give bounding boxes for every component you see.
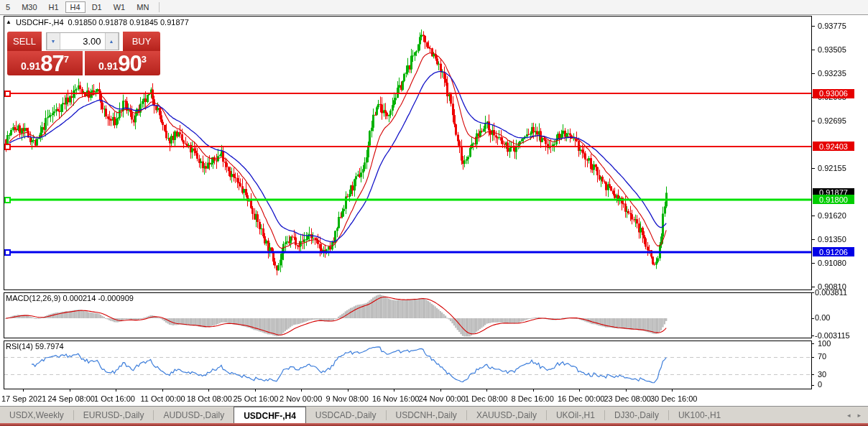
tab-audusd-daily[interactable]: AUDUSD-,Daily [154, 407, 234, 424]
x-axis-label: 30 Dec 16:00 [650, 394, 697, 403]
tabs-scroll-right-icon[interactable]: ▸ [857, 412, 861, 419]
price-tick-label: 0.93235 [818, 69, 846, 78]
buy-price-prefix: 0.91 [98, 60, 118, 72]
volume-increase-icon[interactable]: ▲ [105, 33, 119, 50]
price-tick-label: 0.91080 [818, 259, 846, 267]
bottom-strip [0, 423, 868, 426]
volume-decrease-icon[interactable]: ▼ [47, 33, 60, 50]
x-axis-label: 23 Dec 08:00 [604, 394, 651, 403]
price-tick-label: 0.92155 [818, 164, 846, 172]
chart-tab-bar: USDX,WeeklyEURUSD-,DailyAUDUSD-,DailyUSD… [0, 406, 868, 424]
price-badge: 0.91800 [813, 195, 854, 204]
buy-button[interactable]: BUY [123, 32, 160, 51]
x-axis-label: 9 Nov 08:00 [326, 394, 369, 403]
x-axis-label: 17 Sep 2021 [1, 394, 46, 403]
chart-ohlc-values: 0.91850 0.91878 0.91845 0.91877 [68, 18, 189, 27]
x-axis-label: 18 Oct 08:00 [187, 394, 232, 403]
price-tick-label: 0.92695 [818, 116, 846, 125]
tabs-scroll-left-icon[interactable]: ◂ [847, 412, 851, 419]
x-axis-label: 11 Oct 00:00 [141, 394, 185, 403]
tab-usdcnh-daily[interactable]: USDCNH-,Daily [387, 407, 466, 424]
x-axis-label: 8 Dec 16:00 [512, 394, 554, 403]
rsi-axis-label: 100 [818, 339, 831, 348]
buy-price[interactable]: 0.91 90 3 [85, 51, 160, 75]
sell-price-prefix: 0.91 [21, 60, 40, 72]
x-axis-label: 2 Nov 00:00 [280, 394, 322, 403]
tab-eurusd-daily[interactable]: EURUSD-,Daily [74, 407, 154, 424]
rsi-axis-label: 0 [818, 380, 822, 389]
macd-axis-label: 0.00 [815, 313, 830, 322]
sell-price-pipette: 7 [64, 54, 69, 65]
price-badge: 0.93006 [813, 89, 854, 98]
tab-usdcad-daily[interactable]: USDCAD-,Daily [306, 407, 386, 424]
one-click-trade-panel: SELL ▼ 3.00 ▲ BUY 0.91 87 7 0.91 90 3 [7, 32, 160, 75]
tab-uk100-h1[interactable]: UK100-,H1 [669, 407, 730, 424]
price-badge: 0.92403 [813, 142, 854, 151]
x-axis-label: 25 Oct 16:00 [234, 394, 279, 403]
macd-axis-label: 0.003811 [815, 288, 847, 297]
collapse-arrow-icon[interactable]: ▲ [6, 19, 11, 26]
sell-price[interactable]: 0.91 87 7 [7, 51, 83, 75]
x-axis-label: 1 Dec 08:00 [465, 394, 507, 403]
chart-header: ▲ USDCHF-,H4 0.91850 0.91878 0.91845 0.9… [6, 18, 189, 27]
rsi-header: RSI(14) 59.7974 [6, 342, 64, 351]
price-badge: 0.91206 [813, 247, 854, 256]
rsi-axis-label: 70 [818, 352, 826, 361]
buy-price-pipette: 3 [142, 54, 147, 65]
price-tick-label: 0.93775 [818, 22, 846, 30]
buy-price-big: 90 [118, 54, 141, 74]
tab-dj30-daily[interactable]: DJ30-,Daily [605, 407, 668, 424]
x-axis-label: 16 Dec 00:00 [558, 394, 604, 403]
sell-button[interactable]: SELL [7, 32, 42, 51]
volume-spinner-area: ▼ 3.00 ▲ [42, 32, 123, 51]
price-tick-label: 0.93505 [818, 45, 846, 54]
tab-xauusd-daily[interactable]: XAUUSD-,Daily [467, 407, 546, 424]
x-axis-label: 24 Sep 08:00 [48, 394, 95, 403]
tab-ukoil-h1[interactable]: UKOil-,H1 [547, 407, 604, 424]
x-axis-label: 1 Oct 16:00 [94, 394, 135, 403]
tab-usdx-weekly[interactable]: USDX,Weekly [0, 407, 73, 424]
x-axis-label: 24 Nov 00:00 [419, 394, 466, 403]
x-axis-label: 16 Nov 16:00 [372, 394, 419, 403]
terminal-window: 5M30H1H4D1W1MN ▲ USDCHF-,H4 0.91850 0.91… [0, 0, 868, 426]
rsi-axis-label: 30 [818, 370, 826, 379]
price-tick-label: 0.91350 [818, 235, 846, 244]
chart-symbol-label: USDCHF-,H4 [16, 18, 64, 27]
sell-price-big: 87 [40, 54, 63, 74]
price-tick-label: 0.91620 [818, 211, 846, 220]
volume-input[interactable]: 3.00 [60, 33, 105, 50]
macd-header: MACD(12,26,9) 0.000214 -0.000909 [6, 294, 134, 302]
tab-usdchf-h4[interactable]: USDCHF-,H4 [234, 407, 306, 424]
